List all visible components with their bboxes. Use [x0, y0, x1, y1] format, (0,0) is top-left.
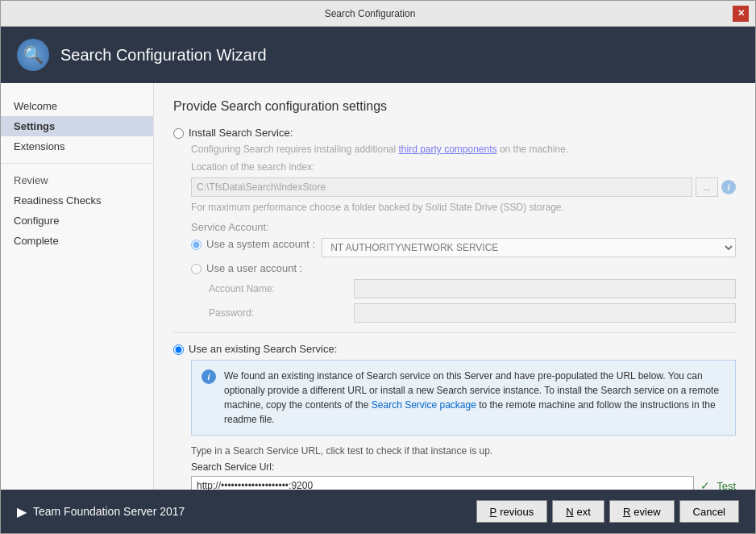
user-account-radio[interactable]: Use a user account :	[191, 262, 736, 274]
install-radio[interactable]	[173, 128, 184, 139]
cancel-button[interactable]: Cancel	[679, 500, 739, 523]
sidebar-item-settings[interactable]: Settings	[1, 116, 153, 136]
install-radio-label: Install Search Service:	[189, 127, 293, 139]
system-account-radio-label: Use a system account :	[206, 238, 315, 250]
url-label: Search Service Url:	[191, 461, 736, 473]
sidebar-item-welcome[interactable]: Welcome	[1, 96, 153, 116]
sidebar-divider	[1, 163, 153, 164]
system-account-select[interactable]: NT AUTHORITY\NETWORK SERVICE	[322, 238, 736, 257]
previous-underline: P	[490, 506, 497, 518]
service-account-label: Service Account:	[191, 221, 736, 233]
wizard-title: Search Configuration Wizard	[60, 46, 267, 65]
password-label: Password:	[209, 307, 354, 319]
sidebar: Welcome Settings Extensions Review Readi…	[1, 83, 154, 490]
location-label: Location of the search index:	[191, 161, 336, 173]
browse-button[interactable]: ...	[696, 177, 718, 197]
user-account-fields: Account Name: Password:	[209, 279, 736, 323]
install-section: Configuring Search requires installing a…	[191, 144, 736, 323]
next-label-rest: ext	[577, 506, 591, 518]
install-desc-text: Configuring Search requires installing a…	[191, 144, 398, 155]
wizard-footer: ▶ Team Foundation Server 2017 Previous N…	[1, 490, 755, 533]
location-info-icon[interactable]: i	[721, 180, 736, 194]
next-underline: N	[566, 506, 573, 518]
existing-info-icon: i	[201, 369, 216, 384]
user-account-radio-label: Use a user account :	[206, 262, 302, 274]
url-row: ✓ Test	[191, 476, 736, 490]
sidebar-item-complete[interactable]: Complete	[1, 231, 153, 251]
location-row: Location of the search index:	[191, 161, 736, 173]
account-name-label: Account Name:	[209, 283, 354, 294]
existing-info-text: We found an existing instance of Search …	[224, 369, 725, 427]
existing-radio-label: Use an existing Search Service:	[189, 343, 337, 355]
main-window: Search Configuration ✕ 🔍 Search Configur…	[0, 0, 756, 534]
content-title: Provide Search configuration settings	[173, 99, 736, 114]
footer-arrow-icon: ▶	[17, 504, 27, 519]
existing-info-box: i We found an existing instance of Searc…	[191, 360, 736, 436]
system-account-radio[interactable]: Use a system account : NT AUTHORITY\NETW…	[191, 238, 736, 257]
url-section-desc: Type in a Search Service URL, click test…	[191, 445, 736, 457]
title-bar-text: Search Configuration	[7, 8, 733, 19]
footer-app-name-text: Team Foundation Server 2017	[33, 505, 185, 518]
test-check-icon: ✓	[700, 479, 710, 490]
search-service-package-link[interactable]: Search Service package	[372, 399, 476, 411]
cancel-label: Cancel	[693, 506, 725, 518]
location-input-row: ... i	[191, 177, 736, 197]
title-bar: Search Configuration ✕	[1, 1, 755, 27]
footer-app-name: ▶ Team Foundation Server 2017	[17, 504, 185, 519]
sidebar-item-configure[interactable]: Configure	[1, 211, 153, 231]
install-desc-end: on the machine.	[497, 144, 569, 155]
sidebar-item-review[interactable]: Review	[1, 170, 153, 190]
review-underline: R	[623, 506, 630, 518]
sidebar-item-readiness-checks[interactable]: Readiness Checks	[1, 190, 153, 211]
section-separator	[173, 332, 736, 333]
third-party-link[interactable]: third party components	[398, 144, 496, 155]
location-input-wrap: ... i	[191, 177, 736, 197]
location-input[interactable]	[191, 177, 692, 197]
test-link[interactable]: Test	[717, 480, 736, 490]
account-name-input[interactable]	[354, 279, 736, 298]
password-row: Password:	[209, 303, 736, 323]
existing-section: i We found an existing instance of Searc…	[191, 360, 736, 490]
wizard-header: 🔍 Search Configuration Wizard	[1, 27, 755, 83]
wizard-icon-glyph: 🔍	[23, 45, 44, 65]
existing-option-radio[interactable]: Use an existing Search Service:	[173, 343, 736, 355]
next-button[interactable]: Next	[552, 500, 604, 523]
close-button[interactable]: ✕	[733, 6, 749, 22]
password-input[interactable]	[354, 303, 736, 323]
install-description: Configuring Search requires installing a…	[191, 144, 736, 155]
wizard-body: Welcome Settings Extensions Review Readi…	[1, 83, 755, 490]
account-name-row: Account Name:	[209, 279, 736, 298]
review-button[interactable]: Review	[609, 500, 675, 523]
previous-label-rest: revious	[500, 506, 534, 518]
review-label-rest: eview	[633, 506, 660, 518]
footer-buttons: Previous Next Review Cancel	[476, 500, 739, 523]
wizard-icon: 🔍	[17, 39, 49, 71]
sidebar-item-extensions[interactable]: Extensions	[1, 136, 153, 156]
existing-radio[interactable]	[173, 344, 184, 355]
perf-note: For maximum performance choose a folder …	[191, 202, 736, 213]
previous-button[interactable]: Previous	[476, 500, 548, 523]
system-account-radio-input[interactable]	[191, 240, 201, 250]
install-option-radio[interactable]: Install Search Service:	[173, 127, 736, 139]
user-account-radio-input[interactable]	[191, 264, 201, 274]
content-area: Provide Search configuration settings In…	[154, 83, 755, 490]
url-input[interactable]	[191, 476, 694, 490]
